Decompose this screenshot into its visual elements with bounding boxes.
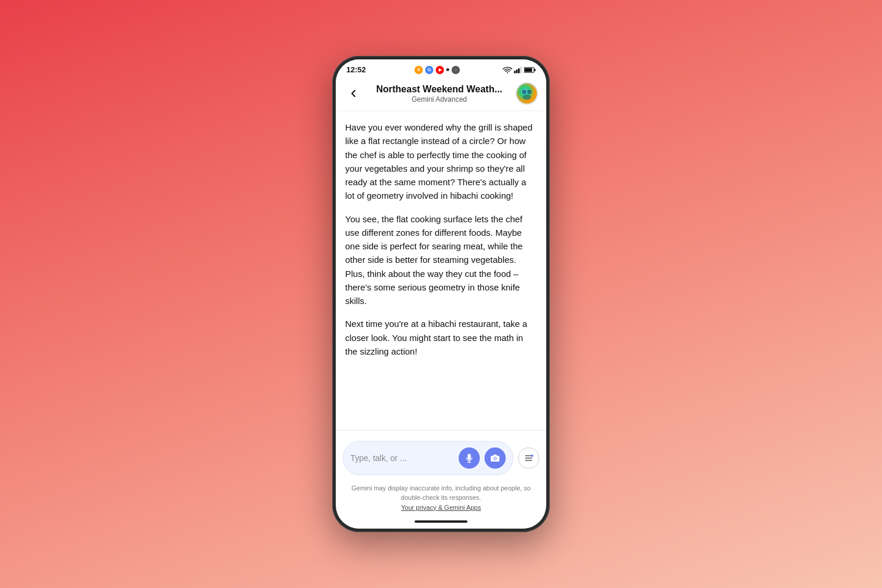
status-app-g: G: [425, 66, 433, 74]
svg-point-12: [494, 457, 496, 459]
signal-icon: [514, 66, 522, 74]
battery-icon: [524, 66, 536, 74]
status-app-yt: ▶: [436, 66, 444, 74]
status-dot: [446, 68, 449, 71]
mic-button[interactable]: [459, 447, 480, 469]
status-app-circle: ○: [452, 66, 460, 74]
status-app-icons: S G ▶ ○: [366, 66, 503, 74]
header-title: Northeast Weekend Weath...: [363, 83, 516, 95]
input-row: Type, talk, or ...: [343, 441, 539, 475]
chat-content: Have you ever wondered why the grill is …: [336, 111, 546, 425]
home-indicator: [415, 520, 467, 523]
status-bar: 12:52 S G ▶ ○: [336, 59, 546, 78]
disclaimer-text: Gemini may display inaccurate info, incl…: [352, 485, 531, 502]
app-header: Northeast Weekend Weath... Gemini Advanc…: [336, 78, 546, 111]
svg-rect-3: [520, 66, 522, 73]
status-time: 12:52: [346, 65, 366, 74]
svg-rect-14: [525, 457, 532, 458]
home-bar: [336, 514, 546, 529]
svg-point-16: [531, 455, 533, 457]
svg-point-9: [527, 90, 532, 94]
svg-rect-15: [525, 460, 532, 460]
header-subtitle: Gemini Advanced: [363, 95, 516, 103]
svg-rect-6: [524, 68, 532, 71]
svg-point-7: [517, 83, 537, 103]
message-paragraph-3: Next time you're at a hibachi restaurant…: [345, 317, 537, 358]
options-button[interactable]: [518, 447, 539, 469]
input-placeholder: Type, talk, or ...: [350, 453, 454, 463]
status-app-s: S: [415, 66, 423, 74]
footer-disclaimer: Gemini may display inaccurate info, incl…: [336, 479, 546, 515]
wifi-icon: [503, 66, 512, 74]
header-center: Northeast Weekend Weath... Gemini Advanc…: [363, 83, 516, 103]
avatar-image: [517, 83, 537, 103]
status-signal-icons: [503, 66, 536, 74]
privacy-link[interactable]: Your privacy & Gemini Apps: [401, 504, 481, 511]
svg-rect-2: [518, 68, 520, 73]
svg-point-8: [522, 90, 526, 94]
svg-rect-1: [516, 69, 518, 73]
message-paragraph-1: Have you ever wondered why the grill is …: [345, 121, 537, 203]
message-paragraph-2: You see, the flat cooking surface lets t…: [345, 212, 537, 308]
input-box[interactable]: Type, talk, or ...: [343, 441, 513, 475]
avatar[interactable]: [516, 82, 538, 105]
back-button[interactable]: [344, 84, 363, 103]
camera-button[interactable]: [485, 447, 506, 469]
input-area: Type, talk, or ...: [336, 435, 546, 479]
phone-screen: 12:52 S G ▶ ○: [336, 59, 546, 529]
svg-rect-5: [534, 68, 536, 71]
phone-frame: 12:52 S G ▶ ○: [332, 56, 550, 532]
divider: [336, 430, 546, 430]
svg-point-10: [523, 95, 531, 100]
svg-rect-0: [514, 71, 516, 73]
